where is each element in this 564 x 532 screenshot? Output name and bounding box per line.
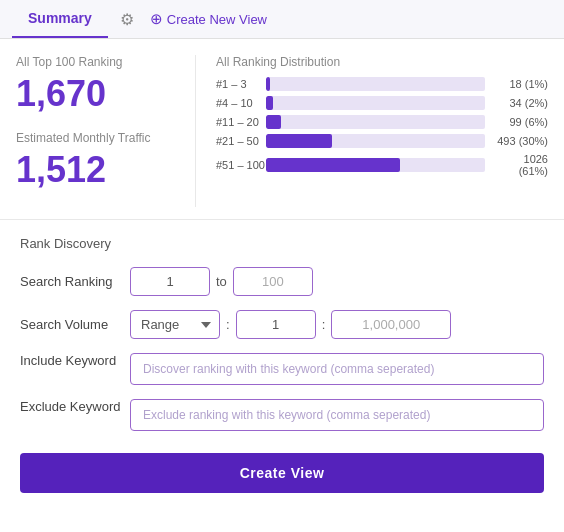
search-ranking-to-input[interactable] — [233, 267, 313, 296]
search-volume-row: Search Volume Range : : — [20, 310, 544, 339]
search-volume-from-input[interactable] — [236, 310, 316, 339]
dist-bar-container — [266, 96, 485, 110]
dist-bar-fill — [266, 77, 270, 91]
colon-2: : — [322, 317, 326, 332]
include-keyword-input[interactable] — [130, 353, 544, 385]
distribution-title: All Ranking Distribution — [216, 55, 548, 69]
dist-bar-fill — [266, 134, 332, 148]
include-keyword-row: Include Keyword — [20, 353, 544, 385]
dist-bar-fill — [266, 96, 273, 110]
search-ranking-row: Search Ranking to — [20, 267, 544, 296]
dist-row-count: 18 (1%) — [493, 78, 548, 90]
exclude-keyword-controls — [130, 399, 544, 431]
dist-bar-container — [266, 77, 485, 91]
dist-bar-fill — [266, 115, 281, 129]
dist-bar-fill — [266, 158, 400, 172]
create-new-view-button[interactable]: ⊕ Create New View — [146, 2, 271, 36]
distribution-rows: #1 – 318 (1%)#4 – 1034 (2%)#11 – 2099 (6… — [216, 77, 548, 177]
exclude-keyword-label: Exclude Keyword — [20, 399, 130, 414]
dist-row: #1 – 318 (1%) — [216, 77, 548, 91]
dist-row-count: 1026 (61%) — [493, 153, 548, 177]
colon-1: : — [226, 317, 230, 332]
gear-icon[interactable]: ⚙ — [116, 2, 138, 37]
search-volume-controls: Range : : — [130, 310, 451, 339]
top100-label: All Top 100 Ranking — [16, 55, 179, 69]
dist-row-label: #11 – 20 — [216, 116, 266, 128]
traffic-value: 1,512 — [16, 149, 179, 191]
dist-bar-container — [266, 158, 485, 172]
stats-section: All Top 100 Ranking 1,670 Estimated Mont… — [0, 39, 564, 220]
stats-right: All Ranking Distribution #1 – 318 (1%)#4… — [196, 55, 548, 207]
include-keyword-controls — [130, 353, 544, 385]
dist-row: #4 – 1034 (2%) — [216, 96, 548, 110]
dist-row-label: #21 – 50 — [216, 135, 266, 147]
search-ranking-from-input[interactable] — [130, 267, 210, 296]
dist-row-count: 493 (30%) — [493, 135, 548, 147]
exclude-keyword-row: Exclude Keyword — [20, 399, 544, 431]
dist-row-count: 99 (6%) — [493, 116, 548, 128]
to-label: to — [216, 274, 227, 289]
dist-bar-container — [266, 115, 485, 129]
tab-bar: Summary ⚙ ⊕ Create New View — [0, 0, 564, 39]
dist-row-label: #1 – 3 — [216, 78, 266, 90]
traffic-label: Estimated Monthly Traffic — [16, 131, 179, 145]
tab-summary[interactable]: Summary — [12, 0, 108, 38]
search-ranking-label: Search Ranking — [20, 274, 130, 289]
dist-row: #51 – 1001026 (61%) — [216, 153, 548, 177]
create-view-button[interactable]: Create View — [20, 453, 544, 493]
exclude-keyword-input[interactable] — [130, 399, 544, 431]
dist-row-count: 34 (2%) — [493, 97, 548, 109]
dist-bar-container — [266, 134, 485, 148]
rank-discovery-title: Rank Discovery — [20, 236, 544, 251]
search-volume-select[interactable]: Range — [130, 310, 220, 339]
top100-value: 1,670 — [16, 73, 179, 115]
dist-row-label: #4 – 10 — [216, 97, 266, 109]
main-container: Summary ⚙ ⊕ Create New View All Top 100 … — [0, 0, 564, 532]
search-ranking-controls: to — [130, 267, 313, 296]
create-new-view-label: Create New View — [167, 12, 267, 27]
search-volume-to-input[interactable] — [331, 310, 451, 339]
include-keyword-label: Include Keyword — [20, 353, 130, 368]
dist-row-label: #51 – 100 — [216, 159, 266, 171]
stats-left: All Top 100 Ranking 1,670 Estimated Mont… — [16, 55, 196, 207]
search-volume-label: Search Volume — [20, 317, 130, 332]
dist-row: #11 – 2099 (6%) — [216, 115, 548, 129]
circle-plus-icon: ⊕ — [150, 10, 163, 28]
dist-row: #21 – 50493 (30%) — [216, 134, 548, 148]
rank-discovery-section: Rank Discovery Search Ranking to Search … — [0, 220, 564, 509]
